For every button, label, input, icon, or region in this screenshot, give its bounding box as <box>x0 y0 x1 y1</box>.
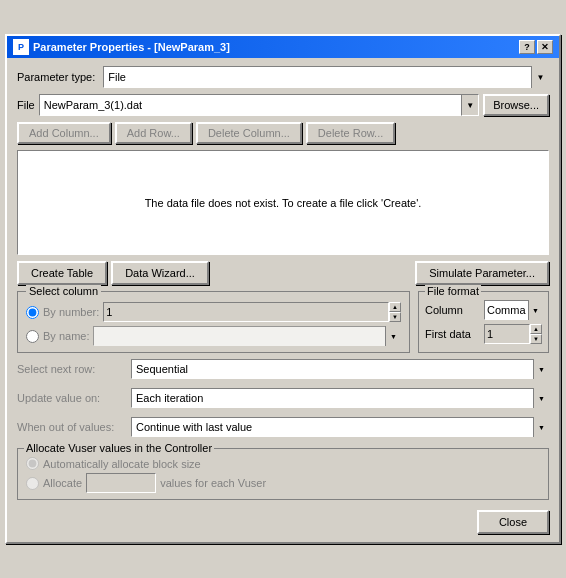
add-column-button[interactable]: Add Column... <box>17 122 111 144</box>
select-column-group: Select column By number: ▲ ▼ <box>17 291 410 353</box>
add-row-button[interactable]: Add Row... <box>115 122 192 144</box>
close-title-button[interactable]: ✕ <box>537 40 553 54</box>
select-next-row-select[interactable]: Sequential Random Unique <box>131 359 549 379</box>
column-format-row: Column Comma Tab Space ▼ <box>425 300 542 320</box>
column-select-wrapper: Comma Tab Space ▼ <box>484 300 542 320</box>
update-value-label: Update value on: <box>17 392 127 404</box>
allocate-label: Allocate <box>43 477 82 489</box>
update-value-select[interactable]: Each iteration Each occurrence Once <box>131 388 549 408</box>
by-number-input[interactable] <box>103 302 389 322</box>
by-name-radio[interactable] <box>26 330 39 343</box>
auto-allocate-radio[interactable] <box>26 457 39 470</box>
update-value-wrapper: Each iteration Each occurrence Once ▼ <box>131 388 549 408</box>
allocate-group-title: Allocate Vuser values in the Controller <box>24 442 214 454</box>
delete-column-button[interactable]: Delete Column... <box>196 122 302 144</box>
title-bar-buttons: ? ✕ <box>519 40 553 54</box>
file-format-title: File format <box>425 285 481 297</box>
allocate-row: Allocate values for each Vuser <box>26 473 540 493</box>
allocate-radio[interactable] <box>26 477 39 490</box>
first-data-spin: ▲ ▼ <box>530 324 542 344</box>
first-data-input-wrapper: ▲ ▼ <box>484 324 542 344</box>
file-row: File ▼ Browse... <box>17 94 549 116</box>
help-button[interactable]: ? <box>519 40 535 54</box>
delete-row-button[interactable]: Delete Row... <box>306 122 395 144</box>
auto-allocate-row: Automatically allocate block size <box>26 457 540 470</box>
first-data-input[interactable] <box>484 324 530 344</box>
create-table-button[interactable]: Create Table <box>17 261 107 285</box>
by-name-select[interactable] <box>93 326 401 346</box>
main-window: P Parameter Properties - [NewParam_3] ? … <box>5 34 561 544</box>
toolbar-row: Add Column... Add Row... Delete Column..… <box>17 122 549 144</box>
param-type-label: Parameter type: <box>17 71 95 83</box>
update-value-row: Update value on: Each iteration Each occ… <box>17 388 549 408</box>
data-wizard-button[interactable]: Data Wizard... <box>111 261 209 285</box>
column-select[interactable]: Comma Tab Space <box>484 300 542 320</box>
file-label: File <box>17 99 35 111</box>
footer-row: Close <box>17 506 549 534</box>
close-button[interactable]: Close <box>477 510 549 534</box>
by-number-input-wrapper: ▲ ▼ <box>103 302 401 322</box>
first-data-label: First data <box>425 328 480 340</box>
by-name-label: By name: <box>43 330 89 342</box>
data-display-area: The data file does not exist. To create … <box>17 150 549 255</box>
file-dropdown-button[interactable]: ▼ <box>461 94 479 116</box>
first-data-spin-up[interactable]: ▲ <box>530 324 542 334</box>
select-next-row-wrapper: Sequential Random Unique ▼ <box>131 359 549 379</box>
allocate-inner: Automatically allocate block size Alloca… <box>26 457 540 493</box>
column-label: Column <box>425 304 480 316</box>
select-next-row-row: Select next row: Sequential Random Uniqu… <box>17 359 549 379</box>
allocate-group: Allocate Vuser values in the Controller … <box>17 448 549 500</box>
when-out-select[interactable]: Continue with last value Abort Vuser Cyc… <box>131 417 549 437</box>
window-title: Parameter Properties - [NewParam_3] <box>33 41 230 53</box>
when-out-label: When out of values: <box>17 421 127 433</box>
select-column-inner: By number: ▲ ▼ By name: <box>26 302 401 346</box>
by-number-spin-down[interactable]: ▼ <box>389 312 401 322</box>
select-column-title: Select column <box>26 285 101 297</box>
browse-button[interactable]: Browse... <box>483 94 549 116</box>
data-area-message: The data file does not exist. To create … <box>145 197 422 209</box>
by-name-select-wrapper: ▼ <box>93 326 401 346</box>
by-name-row: By name: ▼ <box>26 326 401 346</box>
by-number-spin: ▲ ▼ <box>389 302 401 322</box>
auto-allocate-label: Automatically allocate block size <box>43 458 201 470</box>
bottom-buttons-row: Create Table Data Wizard... Simulate Par… <box>17 261 549 285</box>
when-out-row: When out of values: Continue with last v… <box>17 417 549 437</box>
param-type-select-wrapper: File Random Sequential Unique ▼ <box>103 66 549 88</box>
by-number-row: By number: ▲ ▼ <box>26 302 401 322</box>
first-data-spin-down[interactable]: ▼ <box>530 334 542 344</box>
by-number-radio[interactable] <box>26 306 39 319</box>
param-type-select[interactable]: File Random Sequential Unique <box>103 66 549 88</box>
when-out-wrapper: Continue with last value Abort Vuser Cyc… <box>131 417 549 437</box>
param-type-row: Parameter type: File Random Sequential U… <box>17 66 549 88</box>
title-bar-left: P Parameter Properties - [NewParam_3] <box>13 39 230 55</box>
by-number-spin-up[interactable]: ▲ <box>389 302 401 312</box>
file-format-group: File format Column Comma Tab Space ▼ Fir… <box>418 291 549 353</box>
file-input-wrapper: ▼ <box>39 94 479 116</box>
file-text-input[interactable] <box>39 94 462 116</box>
simulate-button[interactable]: Simulate Parameter... <box>415 261 549 285</box>
first-data-row: First data ▲ ▼ <box>425 324 542 344</box>
content-area: Parameter type: File Random Sequential U… <box>7 58 559 542</box>
by-number-label: By number: <box>43 306 99 318</box>
title-bar: P Parameter Properties - [NewParam_3] ? … <box>7 36 559 58</box>
allocate-input[interactable] <box>86 473 156 493</box>
window-icon: P <box>13 39 29 55</box>
two-col-section: Select column By number: ▲ ▼ <box>17 291 549 353</box>
select-next-row-label: Select next row: <box>17 363 127 375</box>
values-label: values for each Vuser <box>160 477 266 489</box>
